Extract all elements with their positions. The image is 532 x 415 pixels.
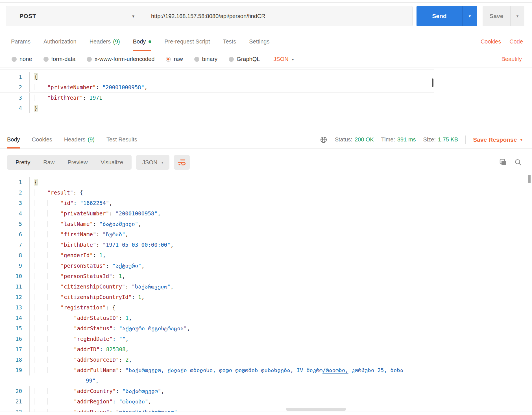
save-response-button[interactable]: Save Response ▾ [473,136,522,143]
code-line: 1{ [0,177,532,187]
chevron-down-icon: ▾ [161,160,163,165]
network-globe-icon[interactable] [320,136,328,144]
cookies-link[interactable]: Cookies [481,38,501,45]
code-token: "თბილისი" [119,398,148,405]
code-token: : [96,84,102,90]
radio-binary[interactable]: binary [194,56,217,62]
radio-none[interactable]: none [12,56,32,62]
code-token: , [177,409,180,412]
tab-authorization[interactable]: Authorization [43,32,77,51]
code-link[interactable]: Code [509,38,523,45]
response-tab-cookies[interactable]: Cookies [32,131,52,148]
code-token: : [96,242,103,248]
radio-x-www-form-urlencoded[interactable]: x-www-form-urlencoded [87,56,154,62]
code-token: { [34,74,37,80]
tab-pre-request-script[interactable]: Pre-request Script [164,32,210,51]
request-tabs-right: Cookies Code [481,32,532,51]
code-token [47,409,61,412]
code-token: , [141,263,145,269]
code-token [61,367,74,373]
code-content: "registration": { [30,302,532,313]
line-number: 3 [0,198,30,208]
code-token: "1662254" [80,200,109,206]
tab-headers[interactable]: Headers (9) [90,32,120,51]
tab-settings[interactable]: Settings [249,32,269,51]
code-token: , [170,283,173,290]
code-token: , [103,252,106,258]
code-token [34,242,47,248]
code-token: "result" [47,189,73,196]
response-vertical-scrollbar[interactable] [528,175,531,183]
response-tab-body[interactable]: Body [7,131,20,148]
radio-form-data[interactable]: form-data [43,56,76,62]
code-token [47,252,61,258]
code-token: "ბატიაშვილი" [99,221,138,227]
view-raw[interactable]: Raw [43,159,54,166]
code-token: 1 [138,294,141,300]
response-tab-test-results[interactable]: Test Results [106,131,137,148]
response-format-select[interactable]: JSON ▾ [136,155,169,170]
view-visualize[interactable]: Visualize [101,159,123,166]
body-type-row: none form-data x-www-form-urlencoded raw… [0,51,532,67]
code-token: "თბილისი/საბურთალო" [116,409,177,412]
code-line: 8 "genderId": 1, [0,250,532,261]
code-token: "addrSourceID" [74,357,119,363]
code-content: "addrSourceID": 2, [30,355,532,365]
code-content: "addrStatusID": 1, [30,313,532,323]
code-line: 13 "registration": { [0,302,532,313]
search-icon[interactable] [514,159,522,166]
code-token: : [100,346,106,352]
tab-tests[interactable]: Tests [223,32,236,51]
wrap-text-button[interactable] [174,155,190,170]
line-number: 4 [0,208,30,219]
line-number: 14 [0,313,30,323]
code-token: "lastName" [61,221,93,227]
code-token [61,398,74,405]
response-horizontal-scrollbar[interactable] [286,408,346,411]
response-body-viewer[interactable]: 1{2 "result": {3 "id": "1662254",4 "priv… [0,173,532,412]
response-tab-headers[interactable]: Headers (9) [64,131,95,148]
tab-params[interactable]: Params [11,32,30,51]
url-input[interactable]: http://192.168.157.58:8080/api/person/fi… [143,6,412,26]
body-format-select[interactable]: JSON ▾ [273,56,294,62]
save-button[interactable]: Save [483,6,510,26]
radio-label: binary [202,56,217,62]
view-preview[interactable]: Preview [67,159,88,166]
code-token: "addrStatusID" [74,315,119,321]
radio-icon [12,57,17,62]
code-line: 14 "addrStatusID": 1, [0,313,532,323]
code-token: : [106,263,112,269]
copy-icon[interactable] [499,159,507,166]
line-number: 6 [0,229,30,240]
view-pretty[interactable]: Pretty [16,159,30,166]
radio-raw[interactable]: raw [166,56,183,62]
tab-label: Headers [64,136,86,143]
send-options-button[interactable]: ▾ [462,6,477,26]
send-button[interactable]: Send [417,6,462,26]
request-body-editor[interactable]: 1{2 "privateNumber": "20001000958",3 "bi… [0,69,434,114]
code-token: , [148,398,151,405]
code-token: , [170,242,173,248]
request-response-area: POST ▾ http://192.168.157.58:8080/api/pe… [0,6,532,412]
radio-graphql[interactable]: GraphQL [229,56,260,62]
line-number: 2 [0,82,30,92]
code-content: "addrRaion": "თბილისი/საბურთალო", [30,407,532,412]
code-token: : [119,367,125,373]
request-editor-scrollbar[interactable] [432,78,433,87]
tab-label: Tests [223,38,236,45]
code-token: : [96,231,103,237]
code-token: 1971 [90,95,103,101]
code-token: , [141,294,145,300]
method-select[interactable]: POST ▾ [6,6,143,26]
beautify-link[interactable]: Beautify [502,56,522,62]
radio-label: raw [174,56,183,62]
code-content: "firstName": "ზურაბ", [30,229,532,240]
code-token: : [93,221,99,227]
code-token: "birthYear" [47,95,83,101]
code-token: , [125,231,128,237]
code-token: "birthDate" [61,242,96,248]
code-content: "genderId": 1, [30,250,532,261]
code-content: "id": "1662254", [30,198,532,208]
tab-body[interactable]: Body [133,32,152,51]
save-options-button[interactable]: ▾ [510,6,524,26]
